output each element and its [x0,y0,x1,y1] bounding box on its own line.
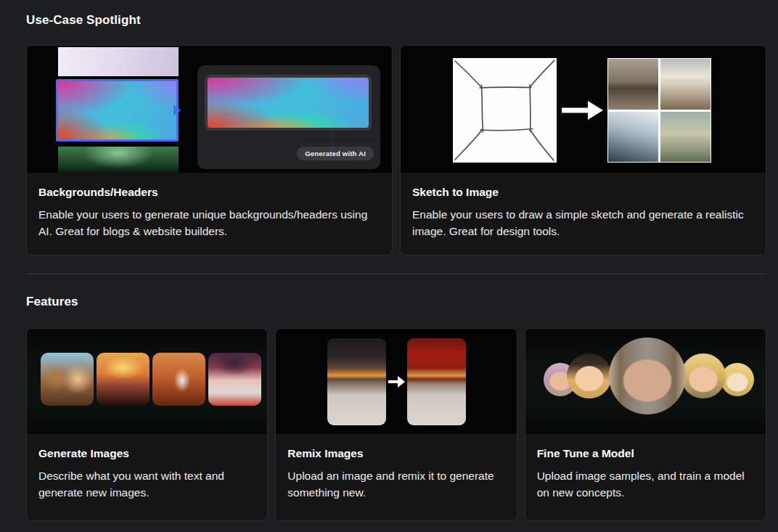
generated-interior-3 [608,112,658,163]
card-description: Enable your users to generate unique bac… [38,206,380,240]
portrait-black-hair [327,338,386,425]
room-sketch [453,58,557,163]
fine-tune-illustration [525,329,766,434]
card-title: Sketch to Image [412,186,754,199]
face-portrait-2 [567,353,612,398]
card-title: Backgrounds/Headers [38,186,380,199]
card-sketch-to-image[interactable]: Sketch to Image Enable your users to dra… [400,45,766,255]
card-remix-images[interactable]: Remix Images Upload an image and remix i… [275,328,517,521]
generated-header-preview-panel: Generated with AI [197,65,380,169]
card-body: Fine Tune a Model Upload image samples, … [525,434,766,502]
remix-images-illustration [276,329,516,434]
section-divider [26,274,766,274]
card-body: Backgrounds/Headers Enable your users to… [27,173,392,240]
forest-thumbnail [58,147,179,173]
generated-interior-1 [608,59,658,110]
card-title: Fine Tune a Model [537,447,754,460]
face-portrait-4 [681,353,726,398]
card-description: Upload an image and remix it to generate… [287,467,504,502]
card-generate-images[interactable]: Generate Images Describe what you want w… [26,328,268,521]
sample-image-astronaut [152,353,205,406]
sketch-to-image-illustration [401,46,766,173]
card-body: Generate Images Describe what you want w… [27,434,267,502]
features-heading: Features [26,295,766,308]
generated-with-ai-badge: Generated with AI [297,147,374,160]
generated-interior-4 [660,112,711,163]
arrow-right-icon [387,375,406,389]
card-description: Enable your users to draw a simple sketc… [412,206,754,240]
use-case-spotlight-heading: Use-Case Spotlight [26,13,766,27]
card-backgrounds-headers[interactable]: Generated with AI Backgrounds/Headers En… [26,45,393,255]
generated-interior-2 [660,59,711,110]
selected-gradient-thumbnail [56,79,179,142]
generated-gradient-header [205,75,372,131]
card-title: Generate Images [38,447,255,460]
backgrounds-headers-illustration: Generated with AI [27,46,392,173]
portrait-red-hair [407,338,466,425]
page: Use-Case Spotlight Generated with AI Bac… [0,0,778,521]
sample-image-vintage-couple [41,353,94,406]
sample-images-strip [41,353,261,406]
card-description: Describe what you want with text and gen… [38,467,255,502]
card-description: Upload image samples, and train a model … [537,467,754,502]
generated-interiors-grid [607,58,711,163]
card-body: Sketch to Image Enable your users to dra… [401,173,766,240]
feather-thumbnail [58,47,179,76]
face-portrait-center [609,337,686,414]
sample-image-bridge-car [97,353,150,406]
card-title: Remix Images [287,447,504,460]
card-body: Remix Images Upload an image and remix i… [276,434,516,502]
features-cards-row: Generate Images Describe what you want w… [26,328,766,521]
sample-image-anime-woman [208,353,261,406]
use-case-cards-row: Generated with AI Backgrounds/Headers En… [26,45,766,255]
arrow-right-icon [560,99,606,122]
card-fine-tune-model[interactable]: Fine Tune a Model Upload image samples, … [525,328,766,521]
generate-images-illustration [27,329,267,434]
